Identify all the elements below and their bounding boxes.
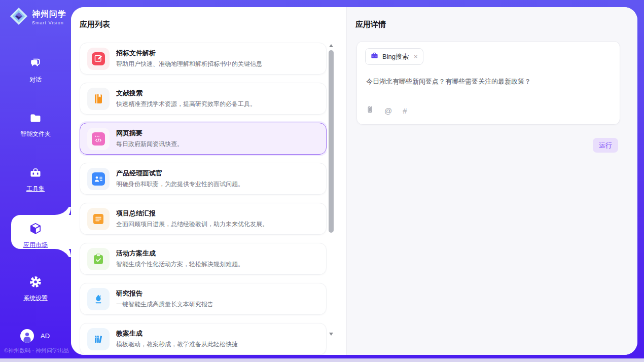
browser-code-icon	[87, 128, 110, 150]
main-shell: 应用列表 招标文件解析帮助用户快速、准确地理解和解析招标书中的关键信息文献搜索快…	[71, 7, 637, 355]
app-description: 明确身份和职责，为您提供专业性的面试问题。	[116, 180, 244, 189]
briefcase-icon	[371, 52, 378, 61]
sidebar-item-label: 系统设置	[23, 294, 48, 303]
sidebar-item-label: 智能文件夹	[20, 130, 51, 138]
brand-logo: 神州问学 Smart Vision	[9, 7, 66, 28]
sidebar-item-gear[interactable]: 系统设置	[0, 275, 71, 303]
app-description: 智能生成个性化活动方案，轻松解决规划难题。	[116, 260, 244, 269]
app-description: 模板驱动，教案秒成，教学准备从此轻松快捷	[116, 340, 238, 349]
tool-chip-bing-search[interactable]: Bing搜索 ×	[365, 48, 423, 65]
app-description: 帮助用户快速、准确地理解和解析招标书中的关键信息	[116, 60, 262, 68]
app-description: 全面回顾项目进展，总结经验教训，助力未来优化发展。	[116, 220, 268, 229]
sidebar-item-toolbox[interactable]: 工具集	[0, 166, 71, 193]
user-name: AD	[41, 332, 50, 340]
list-item[interactable]: 项目总结汇报全面回顾项目进展，总结经验教训，助力未来优化发展。	[80, 203, 327, 235]
app-name: 文献搜索	[116, 89, 256, 98]
brand-name: 神州问学	[32, 9, 66, 20]
app-card-text: 网页摘要每日政府新闻资讯快查。	[116, 129, 183, 149]
query-card: Bing搜索 × 今日湖北有哪些新闻要点？有哪些需要关注的最新政策？ @ #	[356, 41, 620, 125]
list-item[interactable]: 产品经理面试官明确身份和职责，为您提供专业性的面试问题。	[80, 163, 327, 195]
app-list-title: 应用列表	[80, 20, 110, 29]
app-list-panel: 应用列表 招标文件解析帮助用户快速、准确地理解和解析招标书中的关键信息文献搜索快…	[71, 7, 346, 355]
list-item[interactable]: 研究报告一键智能生成高质量长文本研究报告	[80, 283, 327, 315]
diamond-logo-icon	[9, 7, 28, 28]
clipboard-check-icon	[87, 248, 110, 270]
app-detail-title: 应用详情	[355, 20, 386, 29]
hash-icon[interactable]: #	[403, 107, 407, 115]
run-button[interactable]: 运行	[593, 138, 618, 153]
person-icon	[20, 329, 34, 343]
list-item[interactable]: 网页摘要每日政府新闻资讯快查。	[80, 123, 327, 155]
app-card-text: 活动方案生成智能生成个性化活动方案，轻松解决规划难题。	[116, 249, 244, 269]
app-list: 招标文件解析帮助用户快速、准确地理解和解析招标书中的关键信息文献搜索快速精准查找…	[80, 43, 327, 355]
sidebar-item-chat[interactable]: 对话	[0, 57, 71, 84]
paperclip-icon[interactable]	[366, 105, 374, 116]
sidebar-item-label: 工具集	[26, 185, 45, 193]
book-icon	[87, 88, 110, 110]
close-icon[interactable]: ×	[413, 53, 418, 60]
list-scrollbar[interactable]	[329, 43, 334, 350]
scrollbar-thumb[interactable]	[329, 50, 334, 233]
app-card-text: 文献搜索快速精准查找学术资源，提高研究效率的必备工具。	[116, 89, 256, 108]
sidebar: 神州问学 Smart Vision 对话智能文件夹工具集应用市场系统设置 AD …	[0, 0, 71, 362]
toolbox-icon	[28, 166, 43, 182]
list-item[interactable]: 活动方案生成智能生成个性化活动方案，轻松解决规划难题。	[80, 243, 327, 275]
app-name: 教案生成	[116, 329, 238, 338]
app-description: 快速精准查找学术资源，提高研究效率的必备工具。	[116, 100, 256, 108]
mention-icon[interactable]: @	[384, 107, 392, 115]
app-name: 活动方案生成	[116, 249, 244, 258]
bottom-strip	[0, 358, 644, 362]
sidebar-item-cube[interactable]: 应用市场	[0, 222, 71, 249]
brand-subtitle: Smart Vision	[32, 20, 66, 25]
app-card-text: 项目总结汇报全面回顾项目进展，总结经验教训，助力未来优化发展。	[116, 209, 268, 229]
edit-doc-icon	[87, 48, 110, 70]
ink-drop-icon	[87, 288, 110, 310]
list-item[interactable]: 招标文件解析帮助用户快速、准确地理解和解析招标书中的关键信息	[80, 43, 327, 75]
report-note-icon	[87, 208, 110, 230]
app-name: 网页摘要	[116, 129, 183, 138]
scroll-up-icon[interactable]	[329, 44, 333, 47]
list-item[interactable]: 文献搜索快速精准查找学术资源，提高研究效率的必备工具。	[80, 83, 327, 115]
query-text[interactable]: 今日湖北有哪些新闻要点？有哪些需要关注的最新政策？	[366, 77, 611, 86]
folder-icon	[28, 112, 43, 127]
app-card-text: 招标文件解析帮助用户快速、准确地理解和解析招标书中的关键信息	[116, 49, 262, 68]
chat-icon	[28, 57, 43, 73]
app-description: 一键智能生成高质量长文本研究报告	[116, 300, 213, 309]
app-name: 研究报告	[116, 289, 213, 298]
copyright-footer: ©神州数码 · 神州问学出品	[4, 347, 71, 354]
list-item[interactable]: 教案生成模板驱动，教案秒成，教学准备从此轻松快捷	[80, 323, 327, 355]
app-name: 产品经理面试官	[116, 169, 244, 178]
cube-icon	[28, 222, 43, 238]
sidebar-item-label: 应用市场	[23, 241, 48, 249]
app-root: 神州问学 Smart Vision 对话智能文件夹工具集应用市场系统设置 AD …	[0, 0, 644, 362]
tool-chip-label: Bing搜索	[382, 52, 409, 61]
user-row[interactable]: AD	[20, 329, 50, 343]
interviewer-icon	[87, 168, 110, 190]
app-card-text: 产品经理面试官明确身份和职责，为您提供专业性的面试问题。	[116, 169, 244, 189]
books-icon	[87, 328, 110, 350]
app-description: 每日政府新闻资讯快查。	[116, 140, 183, 149]
app-name: 项目总结汇报	[116, 209, 268, 218]
app-name: 招标文件解析	[116, 49, 262, 58]
composer-toolbar: @ #	[366, 105, 407, 116]
app-detail-panel: 应用详情 Bing搜索 × 今日湖北有哪些新闻要点？有哪些需要关注的最新政	[346, 7, 637, 355]
gear-icon	[28, 275, 43, 291]
sidebar-item-folder[interactable]: 智能文件夹	[0, 112, 71, 138]
app-card-text: 研究报告一键智能生成高质量长文本研究报告	[116, 289, 213, 309]
scroll-down-icon[interactable]	[329, 333, 333, 336]
app-card-text: 教案生成模板驱动，教案秒成，教学准备从此轻松快捷	[116, 329, 238, 349]
sidebar-item-label: 对话	[29, 76, 42, 84]
